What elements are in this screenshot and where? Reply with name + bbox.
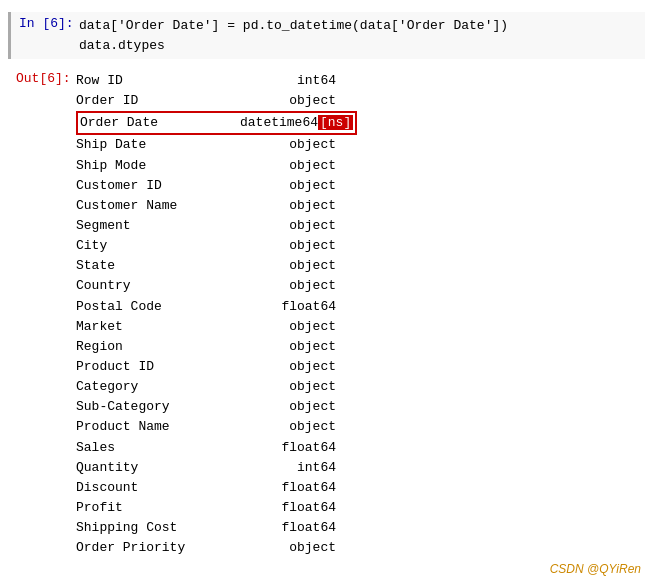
dtype-value: object bbox=[236, 276, 336, 296]
dtype-value: object bbox=[236, 196, 336, 216]
dtype-row: Ship Modeobject bbox=[76, 156, 357, 176]
dtype-value: int64 bbox=[236, 71, 336, 91]
dtype-name: Segment bbox=[76, 216, 236, 236]
dtype-row: Shipping Costfloat64 bbox=[76, 518, 357, 538]
dtype-value: object bbox=[236, 236, 336, 256]
output-label: Out[6]: bbox=[16, 71, 76, 86]
dtype-row: Customer IDobject bbox=[76, 176, 357, 196]
dtype-row: Row IDint64 bbox=[76, 71, 357, 91]
dtype-row: Quantityint64 bbox=[76, 458, 357, 478]
dtype-row: Profitfloat64 bbox=[76, 498, 357, 518]
dtype-value: object bbox=[236, 91, 336, 111]
dtype-name: Postal Code bbox=[76, 297, 236, 317]
code-line-2: data.dtypes bbox=[79, 36, 508, 56]
dtype-name: Discount bbox=[76, 478, 236, 498]
dtype-name: Order Priority bbox=[76, 538, 236, 558]
dtype-value: float64 bbox=[236, 438, 336, 458]
dtype-row: Order IDobject bbox=[76, 91, 357, 111]
dtype-value: object bbox=[236, 216, 336, 236]
dtype-row: Marketobject bbox=[76, 317, 357, 337]
dtype-value: object bbox=[236, 377, 336, 397]
dtype-value: int64 bbox=[236, 458, 336, 478]
dtype-row: Customer Nameobject bbox=[76, 196, 357, 216]
dtype-name: Ship Date bbox=[76, 135, 236, 155]
cell-code: data['Order Date'] = pd.to_datetime(data… bbox=[79, 16, 508, 55]
dtype-row: Sub-Categoryobject bbox=[76, 397, 357, 417]
dtype-name: Category bbox=[76, 377, 236, 397]
dtype-row: Stateobject bbox=[76, 256, 357, 276]
dtype-row: Ship Dateobject bbox=[76, 135, 357, 155]
dtype-name: Sales bbox=[76, 438, 236, 458]
dtype-value: object bbox=[236, 417, 336, 437]
dtype-name: Shipping Cost bbox=[76, 518, 236, 538]
dtype-row: Discountfloat64 bbox=[76, 478, 357, 498]
dtype-name: Product Name bbox=[76, 417, 236, 437]
dtype-value: object bbox=[236, 176, 336, 196]
dtype-row: Segmentobject bbox=[76, 216, 357, 236]
dtype-name: Product ID bbox=[76, 357, 236, 377]
dtype-row: Cityobject bbox=[76, 236, 357, 256]
dtype-row: Regionobject bbox=[76, 337, 357, 357]
input-label: In [6]: bbox=[19, 16, 79, 31]
dtype-name: Sub-Category bbox=[76, 397, 236, 417]
dtype-name: Quantity bbox=[76, 458, 236, 478]
output-area: Out[6]: Row IDint64Order IDobjectOrder D… bbox=[8, 67, 645, 562]
input-area: In [6]: data['Order Date'] = pd.to_datet… bbox=[8, 12, 645, 59]
dtype-row: Product IDobject bbox=[76, 357, 357, 377]
code-line-1: data['Order Date'] = pd.to_datetime(data… bbox=[79, 16, 508, 36]
dtype-row: Order Priorityobject bbox=[76, 538, 357, 558]
dtype-value: datetime64[ns] bbox=[240, 113, 353, 133]
dtype-name: Order ID bbox=[76, 91, 236, 111]
dtype-value: float64 bbox=[236, 498, 336, 518]
dtype-name: Ship Mode bbox=[76, 156, 236, 176]
dtype-name: Row ID bbox=[76, 71, 236, 91]
dtype-value: float64 bbox=[236, 478, 336, 498]
dtype-row: Order Datedatetime64[ns] bbox=[76, 111, 357, 135]
dtype-value: object bbox=[236, 538, 336, 558]
watermark: CSDN @QYiRen bbox=[550, 562, 641, 576]
dtype-name: State bbox=[76, 256, 236, 276]
dtype-value: float64 bbox=[236, 518, 336, 538]
dtype-row: Salesfloat64 bbox=[76, 438, 357, 458]
dtype-table: Row IDint64Order IDobjectOrder Datedatet… bbox=[76, 71, 357, 558]
dtype-name: Region bbox=[76, 337, 236, 357]
dtype-name: Profit bbox=[76, 498, 236, 518]
dtype-name: Order Date bbox=[80, 113, 240, 133]
dtype-row: Postal Codefloat64 bbox=[76, 297, 357, 317]
dtype-value: object bbox=[236, 256, 336, 276]
dtype-value: object bbox=[236, 337, 336, 357]
dtype-row: Categoryobject bbox=[76, 377, 357, 397]
dtype-value: object bbox=[236, 317, 336, 337]
dtype-name: Market bbox=[76, 317, 236, 337]
notebook-cell: In [6]: data['Order Date'] = pd.to_datet… bbox=[0, 0, 653, 574]
dtype-name: Country bbox=[76, 276, 236, 296]
dtype-name: City bbox=[76, 236, 236, 256]
dtype-name: Customer ID bbox=[76, 176, 236, 196]
dtype-value: object bbox=[236, 397, 336, 417]
dtype-row: Product Nameobject bbox=[76, 417, 357, 437]
dtype-value: object bbox=[236, 135, 336, 155]
dtype-name: Customer Name bbox=[76, 196, 236, 216]
dtype-row: Countryobject bbox=[76, 276, 357, 296]
dtype-value: object bbox=[236, 156, 336, 176]
dtype-value: float64 bbox=[236, 297, 336, 317]
dtype-value: object bbox=[236, 357, 336, 377]
